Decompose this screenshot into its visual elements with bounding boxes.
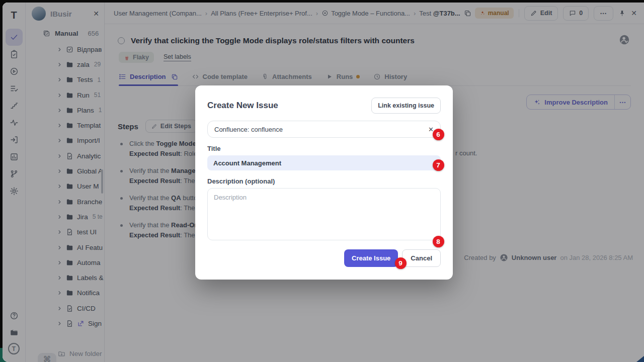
cancel-button[interactable]: Cancel <box>402 249 441 267</box>
modal-title: Create New Issue <box>207 101 278 111</box>
annotation-badge-8: 8 <box>433 236 444 247</box>
annotation-badge-6: 6 <box>433 129 444 140</box>
issue-title-input[interactable] <box>207 155 441 170</box>
modal-header: Create New Issue Link existing issue <box>207 98 441 114</box>
issue-description-label: Description (optional) <box>207 177 441 185</box>
integration-select[interactable]: Confluence: confluence ✕ <box>207 121 441 138</box>
create-issue-modal: Create New Issue Link existing issue Con… <box>195 85 453 280</box>
annotation-badge-9: 9 <box>395 257 407 269</box>
screen: T T IBusir <box>0 0 644 362</box>
issue-description-textarea[interactable] <box>207 188 441 240</box>
integration-select-value: Confluence: confluence <box>214 126 283 133</box>
annotation-badge-7: 7 <box>433 159 444 171</box>
issue-title-label: Title <box>207 145 441 152</box>
create-issue-button[interactable]: Create Issue <box>344 249 398 267</box>
link-existing-issue-button[interactable]: Link existing issue <box>371 98 441 114</box>
